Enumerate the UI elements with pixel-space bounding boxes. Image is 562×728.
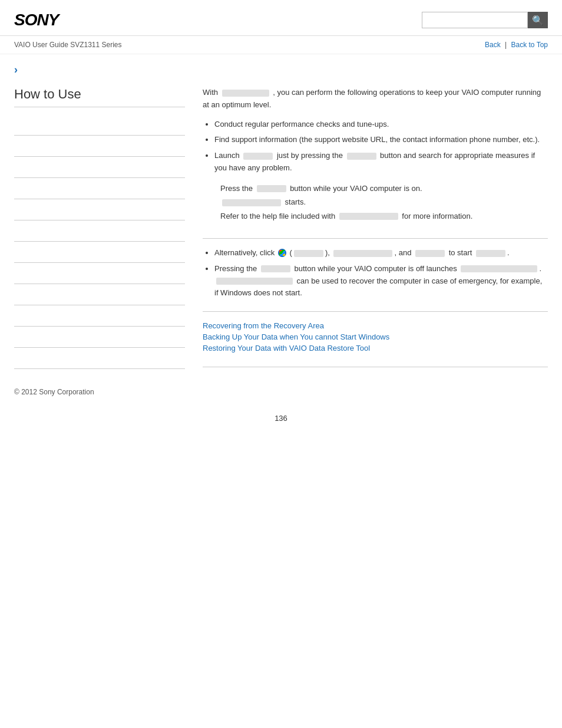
button-name [347,153,376,160]
sidebar-title: How to Use [14,87,185,107]
windows-icon [278,249,286,257]
sony-logo: SONY [14,11,58,29]
indented-line-2: starts. [220,195,548,209]
launches-placeholder [461,265,537,272]
bullet-list-2: Alternatively, click (), , and to start … [214,247,548,299]
sidebar-item[interactable] [14,178,185,199]
indented-block: Press the button while your VAIO compute… [220,182,548,223]
sidebar-item[interactable] [14,220,185,242]
links-section: Recovering from the Recovery Area Backin… [203,312,548,367]
page-footer: © 2012 Sony Corporation [0,373,562,396]
link-recovering[interactable]: Recovering from the Recovery Area [203,321,548,330]
breadcrumb-arrow: › [0,54,562,81]
app-placeholder [476,250,505,257]
sidebar-item[interactable] [14,348,185,369]
menu-placeholder-2 [333,250,392,257]
content-intro: With , you can perform the following ope… [203,87,548,111]
search-input[interactable] [422,12,528,28]
bullet-list-1: Conduct regular performance checks and t… [214,118,548,174]
content-area: With , you can perform the following ope… [185,81,548,373]
sidebar-item[interactable] [14,157,185,178]
page-header: SONY 🔍 [0,0,562,36]
nav-links: Back | Back to Top [485,41,548,49]
menu-placeholder-3 [415,250,445,257]
app-name-placeholder [222,90,269,97]
nav-bar: VAIO User Guide SVZ1311 Series Back | Ba… [0,36,562,54]
search-icon: 🔍 [532,15,544,26]
content-section-1: With , you can perform the following ope… [203,87,548,239]
intro-prefix: With [203,88,218,97]
sidebar-item[interactable] [14,136,185,157]
page-number: 136 [0,396,562,434]
sidebar: How to Use [14,81,185,373]
bullet-item-pressing: Pressing the button while your VAIO comp… [214,263,548,299]
indented-line-1: Press the button while your VAIO compute… [220,182,548,195]
bullet-item-alt: Alternatively, click (), , and to start … [214,247,548,259]
btn-placeholder-2 [261,265,290,272]
app-ref-placeholder [339,213,398,220]
link-restoring[interactable]: Restoring Your Data with VAIO Data Resto… [203,344,548,353]
app-starts-placeholder [222,199,281,206]
menu-placeholder-1 [294,250,323,257]
app-name-2 [243,153,273,160]
sidebar-item[interactable] [14,327,185,348]
back-to-top-link[interactable]: Back to Top [511,41,548,49]
sidebar-item[interactable] [14,284,185,305]
main-layout: How to Use With , you can perform the fo… [0,81,562,373]
content-section-2: Alternatively, click (), , and to start … [203,239,548,312]
bullet-item-3: Launch just by pressing the button and s… [214,150,548,174]
nav-separator: | [505,41,507,49]
link-backing-up[interactable]: Backing Up Your Data when You cannot Sta… [203,332,548,341]
bullet-item-2: Find support information (the support we… [214,134,548,146]
sidebar-item[interactable] [14,199,185,220]
indented-line-3: Refer to the help file included with for… [220,209,548,223]
search-button[interactable]: 🔍 [528,12,548,28]
sidebar-item[interactable] [14,242,185,263]
sidebar-item[interactable] [14,263,185,284]
bullet-item-1: Conduct regular performance checks and t… [214,118,548,131]
guide-text: VAIO User Guide SVZ1311 Series [14,41,122,49]
back-link[interactable]: Back [485,41,501,49]
copyright-text: © 2012 Sony Corporation [14,388,94,396]
recovery-placeholder [216,278,293,285]
sidebar-item[interactable] [14,114,185,136]
btn-placeholder-1 [257,185,286,192]
sidebar-item[interactable] [14,305,185,327]
search-area: 🔍 [422,12,548,28]
